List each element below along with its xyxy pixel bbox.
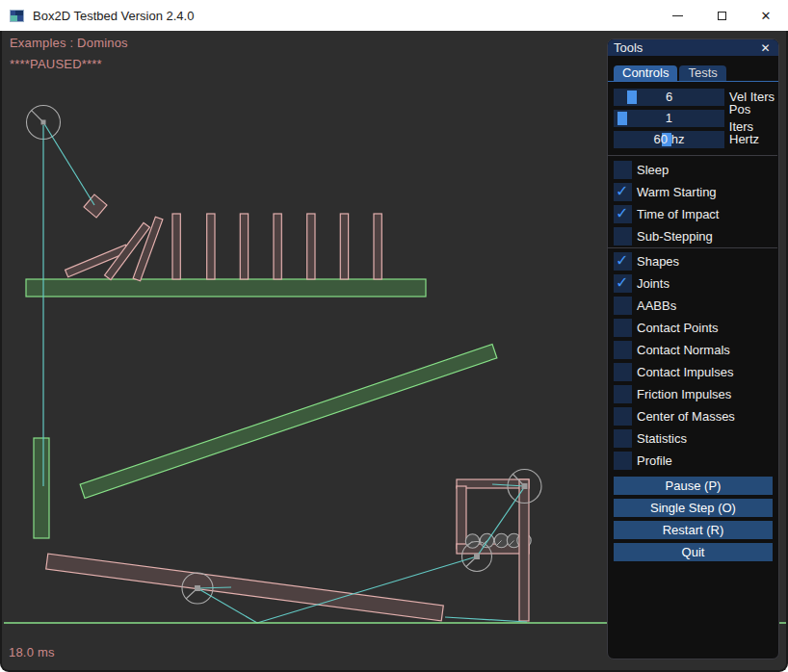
example-label: Examples : Dominos [10,36,128,50]
checkbox-label: Contact Impulses [637,363,733,381]
checkbox-row-contact-impulses[interactable]: Contact Impulses [614,363,735,381]
checkbox-row-contact-normals[interactable]: Contact Normals [614,341,735,359]
draw-checkbox-group: ✓ Shapes ✓ Joints AABBs Contact Points C… [614,252,735,474]
checkbox-label: Joints [637,274,670,293]
checkbox[interactable] [614,429,632,448]
maximize-button[interactable] [699,0,744,31]
checkbox[interactable] [614,452,632,470]
checkbox[interactable]: ✓ [614,252,632,271]
checkbox[interactable] [614,297,632,315]
separator [608,155,777,156]
tools-panel: Tools ✕ Controls Tests 6 Vel Iters [607,39,779,659]
checkbox-row-sleep[interactable]: Sleep [614,161,719,179]
quit-button[interactable]: Quit [614,543,773,561]
checkbox-label: Shapes [637,252,679,271]
slider-label: Hertz [729,131,759,148]
checkbox-row-center-of-masses[interactable]: Center of Masses [614,407,735,426]
tools-panel-titlebar[interactable]: Tools ✕ [608,39,778,56]
checkbox-label: Contact Points [637,319,719,337]
checkbox-row-joints[interactable]: ✓ Joints [614,274,735,293]
slider-group: 6 Vel Iters 1 Pos Iters 60 hz [614,89,778,152]
slider-hertz: 60 hz Hertz [614,131,778,148]
check-icon: ✓ [616,251,628,270]
vertical-plank [34,438,49,538]
checkbox-label: Center of Masses [637,407,735,426]
checkbox-label: Friction Impulses [637,385,731,403]
pause-button[interactable]: Pause (P) [614,477,773,495]
swinging-box [84,194,107,218]
paused-label: ****PAUSED**** [10,57,102,71]
maximize-icon [718,12,726,20]
fallen-dominos [66,217,163,281]
checkbox-row-contact-points[interactable]: Contact Points [614,319,735,337]
checkbox-row-time-of-impact[interactable]: ✓ Time of Impact [614,205,719,223]
single-step-button[interactable]: Single Step (O) [614,499,773,517]
checkbox[interactable] [614,385,632,403]
simulation-canvas[interactable]: Examples : Dominos ****PAUSED**** 18.0 m… [0,31,788,672]
checkbox[interactable] [614,227,632,246]
checkbox-row-sub-stepping[interactable]: Sub-Stepping [614,227,719,246]
separator [608,247,777,248]
checkbox[interactable] [614,161,632,179]
checkbox[interactable] [614,407,632,426]
checkbox[interactable] [614,341,632,359]
checkbox-row-friction-impulses[interactable]: Friction Impulses [614,385,735,403]
checkbox-row-aabbs[interactable]: AABBs [614,297,735,315]
checkbox[interactable]: ✓ [614,274,632,293]
close-icon: ✕ [761,10,772,22]
checkbox-label: Warm Starting [637,183,717,201]
window-title: Box2D Testbed Version 2.4.0 [33,9,194,23]
vel-iters-slider[interactable]: 6 [614,89,724,106]
domino-shelf [26,279,426,297]
standing-dominos [172,214,381,279]
tools-panel-title: Tools [614,40,643,55]
checkbox[interactable] [614,363,632,381]
check-icon: ✓ [616,204,628,222]
joint-anchors [41,120,528,592]
check-icon: ✓ [616,182,628,200]
minimize-icon [672,15,683,16]
checkbox[interactable]: ✓ [614,183,632,201]
frame-right-post [519,479,529,621]
tools-close-icon[interactable]: ✕ [758,41,773,55]
checkbox-label: Sub-Stepping [637,227,713,246]
checkbox-label: Statistics [637,429,687,448]
tab-tests[interactable]: Tests [679,65,725,81]
checkbox-row-warm-starting[interactable]: ✓ Warm Starting [614,183,719,201]
minimize-button[interactable] [655,0,699,31]
window-controls: ✕ [655,0,788,31]
frame-time-label: 18.0 ms [9,645,55,659]
os-titlebar[interactable]: Box2D Testbed Version 2.4.0 ✕ [0,0,788,31]
checkbox-row-shapes[interactable]: ✓ Shapes [614,252,735,271]
checkbox-label: Time of Impact [637,205,719,223]
checkbox-row-statistics[interactable]: Statistics [614,429,735,448]
checkbox-label: Profile [637,452,672,470]
checkbox-label: AABBs [637,297,676,315]
tab-bar: Controls Tests [614,65,726,81]
check-icon: ✓ [616,273,628,292]
long-ramp [80,345,497,499]
checkbox-label: Contact Normals [637,341,730,359]
solver-checkbox-group: Sleep ✓ Warm Starting ✓ Time of Impact S… [614,161,719,249]
checkbox[interactable]: ✓ [614,205,632,223]
restart-button[interactable]: Restart (R) [614,521,773,539]
checkbox-label: Sleep [637,161,669,179]
app-icon [10,10,24,22]
checkbox-row-profile[interactable]: Profile [614,452,735,470]
slider-pos-iters: 1 Pos Iters [614,110,778,127]
app-window: Box2D Testbed Version 2.4.0 ✕ [0,0,788,672]
pos-iters-slider[interactable]: 1 [614,110,724,127]
tab-underline [608,81,778,82]
checkbox[interactable] [614,319,632,337]
action-buttons: Pause (P)Single Step (O)Restart (R)Quit [614,477,773,565]
hertz-slider[interactable]: 60 hz [614,131,724,148]
close-button[interactable]: ✕ [744,0,788,31]
tab-controls[interactable]: Controls [614,65,677,81]
ground-plank [46,554,444,621]
